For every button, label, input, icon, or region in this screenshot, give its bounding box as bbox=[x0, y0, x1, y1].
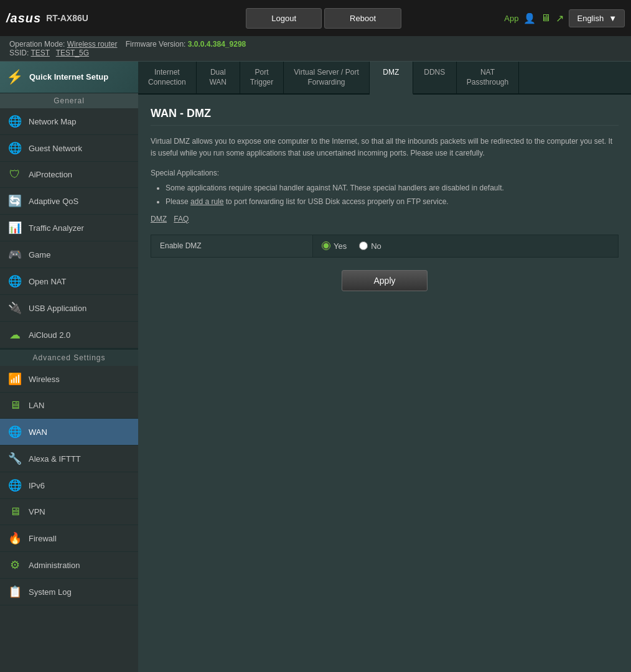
sidebar-item-administration[interactable]: ⚙ Administration bbox=[0, 552, 138, 579]
dmz-form-table: Enable DMZ Yes No bbox=[151, 235, 619, 258]
sidebar-item-traffic-analyzer[interactable]: 📊 Traffic Analyzer bbox=[0, 215, 138, 241]
sidebar-item-label: System Log bbox=[29, 587, 72, 597]
apply-button-wrap: Apply bbox=[151, 270, 619, 291]
firmware-version: 3.0.0.4.384_9298 bbox=[188, 40, 246, 49]
guest-network-icon: 🌐 bbox=[7, 141, 22, 155]
sidebar: ⚡ Quick Internet Setup General 🌐 Network… bbox=[0, 62, 138, 672]
sidebar-item-open-nat[interactable]: 🌐 Open NAT bbox=[0, 268, 138, 295]
apply-button[interactable]: Apply bbox=[342, 270, 427, 291]
dmz-yes-radio[interactable] bbox=[322, 241, 330, 250]
sidebar-item-adaptive-qos[interactable]: 🔄 Adaptive QoS bbox=[0, 188, 138, 215]
enable-dmz-row: Enable DMZ Yes No bbox=[151, 235, 619, 257]
lan-icon: 🖥 bbox=[7, 399, 22, 412]
sidebar-item-label: Network Map bbox=[29, 117, 77, 126]
ipv6-icon: 🌐 bbox=[7, 478, 22, 492]
sidebar-item-label: LAN bbox=[29, 401, 44, 410]
enable-dmz-radio-group: Yes No bbox=[322, 241, 609, 251]
faq-link[interactable]: FAQ bbox=[174, 215, 189, 223]
ssid-2g: TEST bbox=[30, 49, 49, 57]
language-selector[interactable]: English ▼ bbox=[569, 9, 625, 27]
sidebar-item-wireless[interactable]: 📶 Wireless bbox=[0, 366, 138, 393]
sidebar-item-label: Traffic Analyzer bbox=[29, 223, 84, 233]
header-buttons: Logout Reboot bbox=[143, 8, 504, 29]
traffic-analyzer-icon: 📊 bbox=[7, 221, 22, 235]
share-icon[interactable]: ↗ bbox=[556, 12, 564, 24]
dmz-no-option[interactable]: No bbox=[359, 241, 381, 251]
sidebar-item-network-map[interactable]: 🌐 Network Map bbox=[0, 108, 138, 135]
bullet-item-2: Please add a rule to port forwarding lis… bbox=[166, 196, 619, 207]
enable-dmz-input-cell: Yes No bbox=[313, 235, 619, 257]
sidebar-item-label: IPv6 bbox=[29, 481, 45, 490]
sidebar-item-label: AiCloud 2.0 bbox=[29, 330, 70, 340]
sidebar-item-ai-protection[interactable]: 🛡 AiProtection bbox=[0, 162, 138, 188]
ai-protection-icon: 🛡 bbox=[7, 168, 22, 181]
sidebar-item-usb-application[interactable]: 🔌 USB Application bbox=[0, 295, 138, 322]
logo-area: /asus RT-AX86U bbox=[6, 11, 143, 26]
logo-model: RT-AX86U bbox=[46, 13, 88, 23]
monitor-icon[interactable]: 🖥 bbox=[541, 12, 551, 24]
firewall-icon: 🔥 bbox=[7, 531, 22, 545]
person-icon[interactable]: 👤 bbox=[523, 12, 536, 24]
operation-mode-label: Operation Mode: bbox=[9, 40, 65, 49]
sidebar-item-label: Adaptive QoS bbox=[29, 197, 78, 206]
sidebar-item-label: Firewall bbox=[29, 534, 57, 543]
tab-port-trigger[interactable]: PortTrigger bbox=[240, 62, 284, 93]
faq-links: DMZ FAQ bbox=[151, 215, 619, 223]
sidebar-item-guest-network[interactable]: 🌐 Guest Network bbox=[0, 135, 138, 162]
sidebar-item-game[interactable]: 🎮 Game bbox=[0, 241, 138, 268]
aicloud-icon: ☁ bbox=[7, 328, 22, 342]
sidebar-item-label: Wireless bbox=[29, 375, 60, 384]
sidebar-item-lan[interactable]: 🖥 LAN bbox=[0, 393, 138, 419]
dmz-yes-option[interactable]: Yes bbox=[322, 241, 347, 251]
tab-internet-connection[interactable]: InternetConnection bbox=[138, 62, 197, 93]
tab-virtual-server[interactable]: Virtual Server / PortForwarding bbox=[284, 62, 369, 93]
content-area: InternetConnection DualWAN PortTrigger V… bbox=[138, 62, 631, 672]
sidebar-item-label: Game bbox=[29, 250, 50, 259]
operation-mode-value: Wireless router bbox=[67, 40, 118, 49]
page-title: WAN - DMZ bbox=[151, 107, 619, 126]
header: /asus RT-AX86U Logout Reboot App 👤 🖥 ↗ E… bbox=[0, 0, 631, 36]
system-log-icon: 📋 bbox=[7, 585, 22, 599]
open-nat-icon: 🌐 bbox=[7, 274, 22, 288]
dmz-link[interactable]: DMZ bbox=[151, 215, 167, 223]
general-section-header: General bbox=[0, 93, 138, 108]
tab-dmz[interactable]: DMZ bbox=[370, 62, 413, 95]
sidebar-item-alexa-ifttt[interactable]: 🔧 Alexa & IFTTT bbox=[0, 446, 138, 472]
tab-nat-passthrough[interactable]: NATPassthrough bbox=[457, 62, 519, 93]
main-layout: ⚡ Quick Internet Setup General 🌐 Network… bbox=[0, 62, 631, 672]
dmz-no-radio[interactable] bbox=[359, 241, 368, 250]
dmz-no-label: No bbox=[371, 241, 381, 251]
sidebar-item-vpn[interactable]: 🖥 VPN bbox=[0, 499, 138, 525]
wan-icon: 🌐 bbox=[7, 425, 22, 439]
vpn-icon: 🖥 bbox=[7, 505, 22, 518]
add-rule-link[interactable]: add a rule bbox=[190, 197, 223, 206]
alexa-icon: 🔧 bbox=[7, 452, 22, 465]
tab-ddns[interactable]: DDNS bbox=[413, 62, 457, 93]
game-icon: 🎮 bbox=[7, 248, 22, 261]
administration-icon: ⚙ bbox=[7, 558, 22, 572]
sidebar-item-wan[interactable]: 🌐 WAN bbox=[0, 419, 138, 446]
sidebar-item-aicloud[interactable]: ☁ AiCloud 2.0 bbox=[0, 322, 138, 348]
sidebar-item-ipv6[interactable]: 🌐 IPv6 bbox=[0, 472, 138, 499]
sidebar-item-system-log[interactable]: 📋 System Log bbox=[0, 579, 138, 605]
sidebar-item-label: Open NAT bbox=[29, 277, 66, 286]
lang-label: English bbox=[577, 14, 604, 23]
tabs-bar: InternetConnection DualWAN PortTrigger V… bbox=[138, 62, 631, 95]
chevron-down-icon: ▼ bbox=[609, 14, 617, 23]
sidebar-item-label: Administration bbox=[29, 561, 80, 570]
reboot-button[interactable]: Reboot bbox=[324, 8, 401, 29]
network-map-icon: 🌐 bbox=[7, 114, 22, 128]
firmware-label: Firmware Version: bbox=[126, 40, 186, 49]
advanced-settings-header: Advanced Settings bbox=[0, 348, 138, 366]
logout-button[interactable]: Logout bbox=[246, 8, 322, 29]
page-content: WAN - DMZ Virtual DMZ allows you to expo… bbox=[138, 95, 631, 672]
ssid-label: SSID: bbox=[9, 49, 29, 57]
sidebar-item-label: Alexa & IFTTT bbox=[29, 454, 81, 464]
tab-dual-wan[interactable]: DualWAN bbox=[197, 62, 240, 93]
enable-dmz-label: Enable DMZ bbox=[151, 235, 313, 257]
quick-setup-icon: ⚡ bbox=[6, 69, 23, 85]
quick-internet-setup[interactable]: ⚡ Quick Internet Setup bbox=[0, 62, 138, 93]
sidebar-item-firewall[interactable]: 🔥 Firewall bbox=[0, 525, 138, 552]
sidebar-item-label: AiProtection bbox=[29, 170, 72, 179]
dmz-yes-label: Yes bbox=[334, 241, 347, 251]
